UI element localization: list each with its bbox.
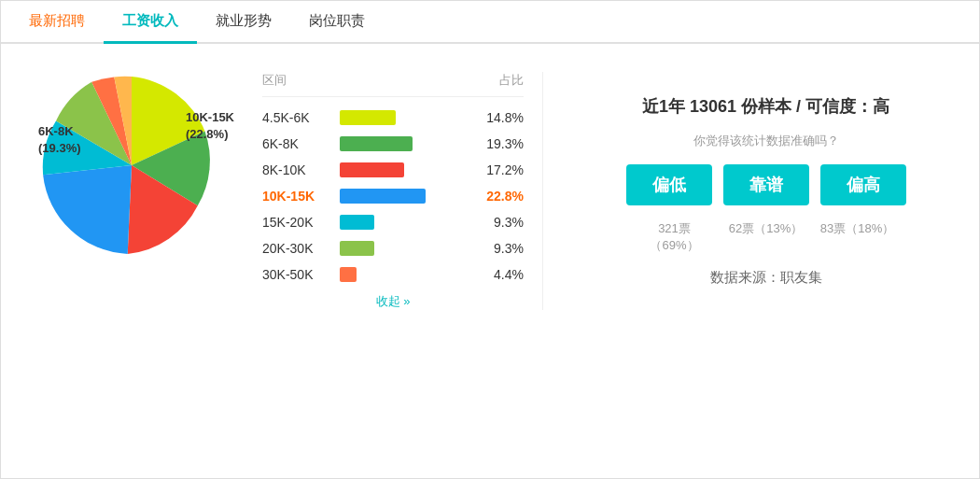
legend-range-3: 10K-15K — [262, 189, 332, 204]
legend-bar-2 — [340, 162, 404, 177]
main-container: 最新招聘 工资收入 就业形势 岗位职责 6K-8K (19.3%) 10K-15… — [0, 0, 980, 479]
legend-range-2: 8K-10K — [262, 162, 332, 177]
legend-row-5: 20K-30K 9.3% — [262, 235, 524, 261]
legend-range-6: 30K-50K — [262, 267, 332, 282]
legend-header: 区间 占比 — [262, 72, 524, 97]
tab-employment[interactable]: 就业形势 — [197, 1, 290, 44]
question-text: 你觉得该统计数据准确吗？ — [693, 133, 839, 149]
content-area: 6K-8K (19.3%) 10K-15K (22.8%) — [1, 44, 979, 329]
legend-pct-5: 9.3% — [482, 241, 524, 256]
legend-row-2: 8K-10K 17.2% — [262, 157, 524, 183]
legend-pct-0: 14.8% — [482, 110, 524, 125]
legend-bar-wrap-1 — [340, 136, 474, 151]
legend-pct-3: 22.8% — [482, 189, 524, 204]
pie-svg — [38, 72, 225, 259]
stat-title: 近1年 13061 份样本 / 可信度：高 — [642, 95, 889, 118]
legend-col-pct: 占比 — [499, 72, 524, 89]
collapse-link[interactable]: 收起 » — [262, 288, 524, 310]
legend-range-5: 20K-30K — [262, 241, 332, 256]
legend-row-3: 10K-15K 22.8% — [262, 183, 524, 209]
legend-pct-6: 4.4% — [482, 267, 524, 282]
legend-pct-2: 17.2% — [482, 162, 524, 177]
legend-row-0: 4.5K-6K 14.8% — [262, 105, 524, 131]
legend-bar-wrap-3 — [340, 189, 474, 204]
tab-duties[interactable]: 岗位职责 — [290, 1, 384, 44]
legend-bar-wrap-2 — [340, 162, 474, 177]
tab-latest-jobs[interactable]: 最新招聘 — [10, 1, 104, 44]
legend-row-4: 15K-20K 9.3% — [262, 209, 524, 235]
vote-btn-high[interactable]: 偏高 — [820, 164, 906, 205]
vote-btn-reliable[interactable]: 靠谱 — [723, 164, 809, 205]
vote-count-reliable: 62票（13%） — [726, 220, 806, 254]
legend-bar-wrap-6 — [340, 267, 474, 282]
legend-pct-1: 19.3% — [482, 136, 524, 151]
vote-counts: 321票（69%） 62票（13%） 83票（18%） — [635, 220, 898, 254]
vote-btn-low[interactable]: 偏低 — [626, 164, 712, 205]
legend-bar-wrap-5 — [340, 241, 474, 256]
legend-range-1: 6K-8K — [262, 136, 332, 151]
legend-range-4: 15K-20K — [262, 215, 332, 230]
legend-bar-wrap-0 — [340, 110, 474, 125]
legend-bar-6 — [340, 267, 357, 282]
pie-seg-4 — [43, 165, 132, 254]
legend-pct-4: 9.3% — [482, 215, 524, 230]
vote-buttons: 偏低 靠谱 偏高 — [626, 164, 906, 205]
source-text: 数据来源：职友集 — [710, 269, 822, 287]
tab-bar: 最新招聘 工资收入 就业形势 岗位职责 — [1, 1, 979, 44]
pie-chart-area: 6K-8K (19.3%) 10K-15K (22.8%) — [20, 72, 244, 310]
tab-salary[interactable]: 工资收入 — [104, 1, 197, 44]
legend-bar-4 — [340, 215, 374, 230]
vote-count-low: 321票（69%） — [635, 220, 715, 254]
legend-row-1: 6K-8K 19.3% — [262, 131, 524, 157]
pie-label-green: 6K-8K (19.3%) — [38, 123, 81, 157]
legend-bar-0 — [340, 110, 396, 125]
legend-bar-wrap-4 — [340, 215, 474, 230]
legend-range-0: 4.5K-6K — [262, 110, 332, 125]
pie-wrapper: 6K-8K (19.3%) 10K-15K (22.8%) — [38, 72, 225, 259]
pie-label-blue: 10K-15K (22.8%) — [186, 109, 234, 143]
vote-count-high: 83票（18%） — [818, 220, 898, 254]
legend-bar-1 — [340, 136, 413, 151]
right-panel: 近1年 13061 份样本 / 可信度：高 你觉得该统计数据准确吗？ 偏低 靠谱… — [542, 72, 960, 310]
legend-bar-3 — [340, 189, 426, 204]
legend-bar-5 — [340, 241, 374, 256]
legend-table: 区间 占比 4.5K-6K 14.8% 6K-8K 19.3% — [262, 72, 524, 310]
legend-row-6: 30K-50K 4.4% — [262, 261, 524, 288]
legend-col-range: 区间 — [262, 72, 287, 89]
